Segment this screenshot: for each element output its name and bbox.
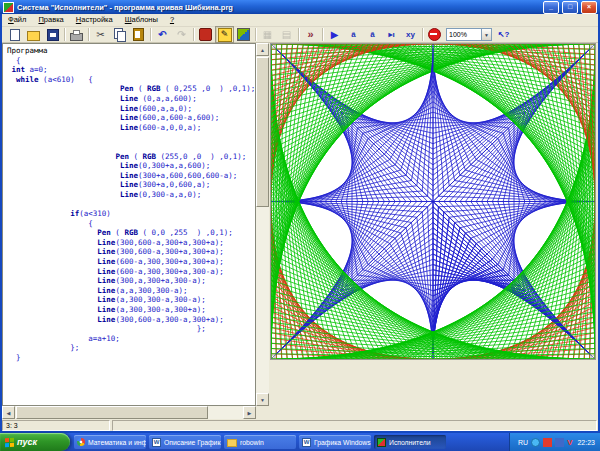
task-mathematics[interactable]: Математика и инфо... [74, 435, 146, 449]
menu-item-help[interactable]: ? [164, 14, 180, 26]
zoom-value: 100% [446, 28, 481, 41]
context-help-button[interactable]: ↖? [494, 26, 513, 43]
tray-icon-a[interactable] [543, 438, 552, 447]
redo-button: ↷ [172, 26, 191, 43]
copy-button[interactable] [110, 26, 129, 43]
menu-item-file[interactable]: Файл [2, 14, 32, 26]
grid2-icon: ▤ [282, 30, 291, 40]
scroll-left-button[interactable]: ◀ [2, 406, 15, 419]
status-message [112, 420, 597, 431]
desktop: Система "Исполнители" - программа кривая… [0, 0, 600, 451]
title-bar[interactable]: Система "Исполнители" - программа кривая… [0, 0, 600, 14]
save-file-button[interactable] [43, 26, 62, 43]
program-window-button: ▤ [277, 26, 296, 43]
task-label: Исполнители [389, 439, 430, 446]
task-label: Математика и инфо... [88, 439, 146, 446]
redo-icon: ↷ [177, 30, 185, 40]
task-robowin[interactable]: robowin [224, 435, 296, 449]
cut-button[interactable]: ✂ [91, 26, 110, 43]
toolbar-separator [322, 28, 323, 41]
start-button[interactable]: пуск [0, 433, 70, 451]
scroll-right-button[interactable]: ▶ [243, 406, 256, 419]
code-editor[interactable]: Программа { int a=0; while (a<610) { Pen… [3, 44, 255, 363]
page-icon [10, 29, 20, 41]
undo-icon: ↶ [158, 30, 166, 40]
scissors-icon: ✂ [96, 30, 104, 40]
code-editor-panel[interactable]: Программа { int a=0; while (a<610) { Pen… [2, 43, 256, 406]
copy-icon [114, 28, 123, 39]
open-file-button[interactable] [24, 26, 43, 43]
toolbar-separator [64, 28, 65, 41]
xy-icon: xy [406, 31, 415, 39]
a3-icon: ▸ı [388, 31, 394, 39]
scrollbar-corner [256, 406, 269, 419]
menu-item-templates[interactable]: Шаблоны [119, 14, 164, 26]
menu-item-edit[interactable]: Правка [32, 14, 69, 26]
language-indicator[interactable]: RU [518, 439, 528, 446]
stop-icon [428, 28, 441, 41]
tray-antivirus-icon[interactable]: V [567, 438, 572, 447]
chevron-down-icon[interactable]: ▼ [481, 28, 492, 41]
zoom-select[interactable]: 100%▼ [446, 28, 492, 41]
minimize-button[interactable]: _ [543, 1, 559, 14]
draughtsman-executor-button[interactable]: ✎ [215, 26, 234, 43]
task-ispolniteli[interactable]: Исполнители [374, 435, 446, 449]
folder-icon [227, 439, 237, 447]
toolbar-separator [193, 28, 194, 41]
print-button[interactable] [67, 26, 86, 43]
draughtsman-icon: ✎ [218, 28, 232, 42]
a2-icon: ă [370, 31, 374, 39]
step-into-button[interactable]: ă [363, 26, 382, 43]
windows-flag-icon [5, 437, 14, 447]
toolbar-separator [422, 28, 423, 41]
step-button[interactable]: â [344, 26, 363, 43]
painter-executor-button[interactable] [234, 26, 253, 43]
start-label: пуск [17, 437, 37, 447]
toolbar-separator [88, 28, 89, 41]
task-description[interactable]: WОписание Графика ... [149, 435, 221, 449]
task-label: robowin [240, 439, 264, 446]
stop-button[interactable] [425, 26, 444, 43]
maximize-button[interactable]: □ [562, 1, 578, 14]
field-red-icon: » [307, 29, 313, 40]
undo-button[interactable]: ↶ [153, 26, 172, 43]
task-grafika[interactable]: WГрафика Windows [299, 435, 371, 449]
folder-open-icon [27, 31, 40, 41]
grid-icon: ▦ [263, 30, 272, 40]
paste-icon [133, 28, 144, 41]
robot-executor-button[interactable] [196, 26, 215, 43]
app-icon [377, 438, 386, 447]
clear-field-button[interactable]: » [301, 26, 320, 43]
tray-language-icon[interactable] [531, 438, 540, 447]
horizontal-scroll-thumb[interactable] [16, 406, 208, 419]
run-button[interactable]: ▶ [325, 26, 344, 43]
field-window-button: ▦ [258, 26, 277, 43]
chrome-icon [77, 438, 85, 446]
values-button[interactable]: xy [401, 26, 420, 43]
word-icon: W [302, 438, 311, 447]
floppy-icon [47, 29, 59, 41]
app-icon [3, 2, 14, 13]
tray-icon-b[interactable] [555, 438, 564, 447]
play-icon: ▶ [331, 30, 339, 40]
help-icon: ↖? [498, 31, 510, 39]
printer-icon [70, 33, 83, 41]
taskbar: пуск Математика и инфо...WОписание Графи… [0, 433, 600, 451]
robot-icon [199, 28, 212, 41]
scroll-up-button[interactable]: ▲ [256, 43, 269, 56]
run-to-cursor-button[interactable]: ▸ı [382, 26, 401, 43]
scroll-down-button[interactable]: ▼ [256, 393, 269, 406]
code-horizontal-scrollbar[interactable]: ◀ ▶ [2, 406, 256, 419]
code-vertical-scrollbar[interactable]: ▲ ▼ [256, 43, 269, 406]
new-file-button[interactable] [5, 26, 24, 43]
system-tray: RU V 22:23 [509, 433, 600, 451]
paste-button[interactable] [129, 26, 148, 43]
toolbar-separator [255, 28, 256, 41]
taskbar-clock: 22:23 [575, 439, 595, 446]
menu-item-settings[interactable]: Настройка [70, 14, 119, 26]
toolbar-separator [150, 28, 151, 41]
close-button[interactable]: × [581, 1, 597, 14]
vertical-scroll-thumb[interactable] [256, 57, 269, 207]
executor3-icon [237, 28, 250, 41]
taskbar-tasks: Математика и инфо...WОписание Графика ..… [70, 433, 446, 451]
